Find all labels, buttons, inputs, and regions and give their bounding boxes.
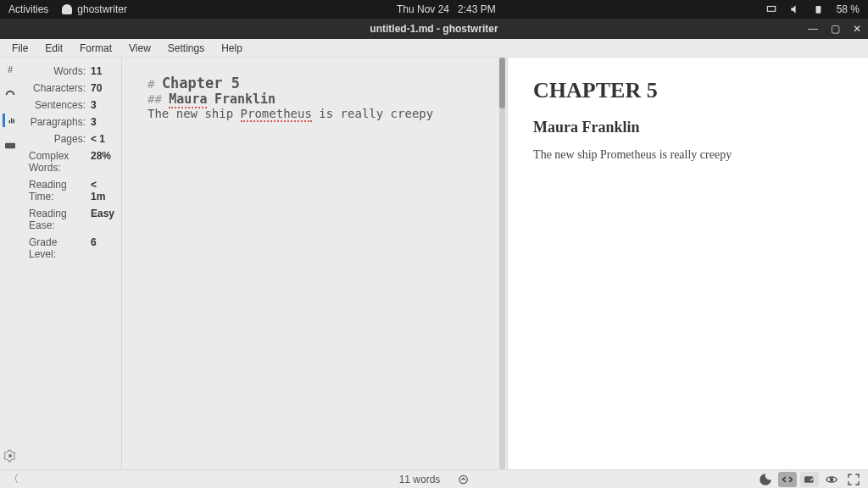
active-app-label: ghostwriter: [77, 3, 127, 15]
svg-rect-5: [5, 143, 15, 149]
scrollbar-thumb[interactable]: [499, 58, 505, 108]
ghostwriter-app-icon: [62, 4, 72, 14]
hemingway-mode-toggle[interactable]: [800, 472, 819, 487]
session-tab-icon[interactable]: [3, 139, 17, 152]
html-preview: CHAPTER 5 Maura Franklin The new ship Pr…: [507, 58, 868, 469]
stat-row: Reading Time:< 1m: [24, 176, 118, 205]
dashboard-tab-icon[interactable]: [3, 88, 17, 102]
activities-button[interactable]: Activities: [8, 3, 48, 15]
stat-value: 11: [91, 65, 113, 77]
stat-row: Pages:< 1: [24, 130, 118, 147]
stat-label: Complex Words:: [29, 150, 86, 174]
gnome-top-bar: Activities ghostwriter Thu Nov 24 2:43 P…: [0, 0, 868, 19]
battery-percentage: 58 %: [837, 3, 860, 15]
window-minimize-button[interactable]: —: [807, 23, 819, 35]
editor-heading-2: ## Maura Franklin: [147, 92, 481, 107]
preview-paragraph: The new ship Prometheus is really creepy: [533, 148, 843, 162]
svg-point-7: [459, 475, 467, 483]
heading-text: Chapter 5: [162, 75, 240, 92]
window-title: untitled-1.md - ghostwriter: [370, 23, 498, 35]
battery-icon[interactable]: [813, 3, 825, 15]
back-button[interactable]: 〈: [0, 472, 27, 486]
editor-body-line: The new ship Prometheus is really creepy: [147, 107, 481, 120]
window-maximize-button[interactable]: ▢: [829, 23, 841, 35]
stat-row: Complex Words:28%: [24, 147, 118, 176]
stat-label: Grade Level:: [29, 236, 86, 260]
spellcheck-underline: Maura: [169, 92, 207, 108]
heading-text: Franklin: [214, 92, 275, 107]
active-app-menu[interactable]: ghostwriter: [62, 3, 127, 15]
stats-tab-icon[interactable]: [3, 114, 16, 127]
stat-value: < 1: [91, 133, 113, 145]
stat-value: Easy: [91, 208, 113, 231]
menu-format[interactable]: Format: [71, 40, 120, 57]
editor-scrollbar[interactable]: [499, 58, 505, 469]
heading-marker: ##: [147, 92, 162, 106]
volume-icon[interactable]: [789, 3, 801, 15]
stat-label: Characters:: [33, 82, 86, 94]
main-area: # Words:11 Characters:70 Sentences:3 Par…: [0, 58, 868, 469]
menu-help[interactable]: Help: [213, 40, 251, 57]
svg-rect-0: [767, 7, 775, 12]
focus-mode-toggle[interactable]: [822, 472, 841, 487]
sidebar-settings-icon[interactable]: [3, 449, 17, 463]
stat-label: Reading Time:: [29, 179, 86, 202]
stat-label: Words:: [53, 65, 86, 77]
stat-label: Paragraphs:: [31, 116, 86, 128]
menu-edit[interactable]: Edit: [36, 40, 71, 57]
status-bar: 〈 11 words: [0, 469, 868, 488]
window-close-button[interactable]: ✕: [851, 23, 863, 35]
menu-file[interactable]: File: [3, 40, 36, 57]
stat-row: Grade Level:6: [24, 234, 118, 263]
svg-rect-1: [815, 6, 821, 14]
stat-row: Words:11: [24, 63, 118, 80]
svg-point-6: [8, 454, 12, 458]
stat-value: 70: [91, 82, 113, 94]
svg-rect-2: [8, 120, 9, 123]
stat-row: Sentences:3: [24, 97, 118, 114]
stat-label: Reading Ease:: [29, 208, 86, 231]
stat-value: < 1m: [91, 179, 113, 202]
spellcheck-underline: Prometheus: [241, 107, 312, 122]
stat-value: 28%: [91, 150, 113, 174]
menu-settings[interactable]: Settings: [159, 40, 213, 57]
html-preview-toggle[interactable]: [778, 472, 797, 487]
expand-up-icon[interactable]: [457, 474, 469, 485]
markdown-editor[interactable]: # Chapter 5 ## Maura Franklin The new sh…: [122, 58, 507, 469]
clock-date[interactable]: Thu Nov 24: [397, 3, 449, 15]
svg-point-9: [831, 478, 833, 480]
preview-heading-1: CHAPTER 5: [533, 78, 843, 103]
statistics-panel: Words:11 Characters:70 Sentences:3 Parag…: [20, 58, 122, 469]
heading-marker: #: [147, 77, 154, 91]
sidebar-tabs: #: [0, 58, 20, 469]
body-text: is really creepy: [312, 107, 433, 120]
editor-heading-1: # Chapter 5: [147, 75, 481, 92]
stat-label: Pages:: [54, 133, 86, 145]
stat-row: Paragraphs:3: [24, 114, 118, 130]
stat-value: 3: [91, 116, 113, 128]
clock-time[interactable]: 2:43 PM: [458, 3, 496, 15]
svg-rect-3: [11, 119, 12, 124]
body-text: The new ship: [147, 107, 241, 120]
stat-label: Sentences:: [35, 99, 86, 111]
screen-icon[interactable]: [765, 3, 777, 15]
stat-row: Characters:70: [24, 80, 118, 97]
preview-heading-2: Maura Franklin: [533, 119, 843, 136]
word-count-label: 11 words: [399, 474, 441, 485]
svg-rect-4: [13, 119, 14, 124]
window-titlebar: untitled-1.md - ghostwriter — ▢ ✕: [0, 19, 868, 39]
fullscreen-toggle[interactable]: [844, 472, 863, 487]
hash-tab-icon[interactable]: #: [3, 63, 17, 76]
menu-bar: File Edit Format View Settings Help: [0, 39, 868, 58]
stat-row: Reading Ease:Easy: [24, 205, 118, 234]
dark-mode-toggle[interactable]: [756, 472, 775, 487]
menu-view[interactable]: View: [120, 40, 159, 57]
stat-value: 3: [91, 99, 113, 111]
stat-value: 6: [91, 236, 113, 260]
